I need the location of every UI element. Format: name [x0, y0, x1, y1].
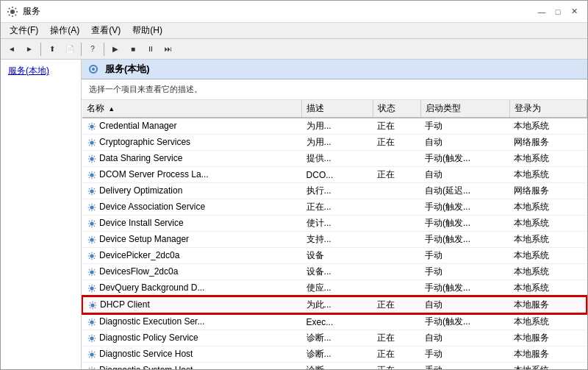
service-icon: [87, 251, 97, 261]
table-row[interactable]: Diagnostic System Host诊断...正在手动本地系统: [82, 363, 587, 370]
service-icon: [87, 235, 97, 245]
table-row[interactable]: Diagnostic Service Host诊断...正在手动本地服务: [82, 346, 587, 363]
play-button[interactable]: ▶: [107, 41, 123, 57]
service-login: 本地系统: [509, 264, 587, 280]
menu-item[interactable]: 查看(V): [85, 23, 126, 38]
service-icon: [87, 349, 97, 360]
service-name: Cryptographic Services: [82, 135, 302, 151]
service-status: 正在: [373, 296, 420, 313]
menu-bar: 文件(F)操作(A)查看(V)帮助(H): [1, 23, 587, 39]
sort-arrow: ▲: [108, 105, 115, 113]
service-name: DCOM Server Process La...: [82, 167, 302, 183]
service-name: Data Sharing Service: [82, 151, 302, 167]
svg-point-8: [90, 205, 93, 209]
service-status: [373, 280, 420, 297]
service-name: Delivery Optimization: [82, 183, 302, 199]
table-row[interactable]: DHCP Client为此...正在自动本地服务: [82, 296, 587, 313]
service-login: 本地服务: [509, 330, 587, 346]
svg-point-6: [90, 173, 93, 177]
help-button[interactable]: ?: [85, 41, 101, 57]
close-button[interactable]: ✕: [567, 4, 581, 19]
service-name: DevicePicker_2dc0a: [82, 248, 302, 264]
col-header-status[interactable]: 状态: [373, 100, 420, 118]
service-icon: [87, 300, 98, 310]
service-icon: [87, 154, 97, 164]
service-start-type: 自动: [420, 135, 509, 151]
col-header-start[interactable]: 启动类型: [420, 100, 509, 118]
service-desc: 正在...: [302, 199, 373, 216]
service-login: 本地服务: [509, 346, 587, 363]
svg-point-9: [90, 221, 93, 225]
back-button[interactable]: ◄: [4, 41, 20, 57]
service-login: 本地系统: [509, 363, 587, 370]
forward-button[interactable]: ►: [21, 41, 37, 57]
up-button[interactable]: ⬆: [44, 41, 60, 57]
menu-item[interactable]: 文件(F): [4, 23, 44, 38]
service-desc: DCO...: [302, 167, 373, 183]
service-start-type: 自动: [420, 167, 509, 183]
service-desc: 为用...: [302, 135, 373, 151]
service-login: 本地系统: [509, 280, 587, 297]
service-desc: 设备: [302, 248, 373, 264]
menu-item[interactable]: 帮助(H): [126, 23, 168, 38]
sidebar-item-local[interactable]: 服务(本地): [4, 63, 78, 79]
pause-button[interactable]: ⏸: [143, 41, 159, 57]
service-icon: [87, 202, 97, 213]
table-row[interactable]: DCOM Server Process La...DCO...正在自动本地系统: [82, 167, 587, 183]
svg-point-15: [90, 320, 93, 324]
service-start-type: 自动(延迟...: [420, 183, 509, 199]
table-row[interactable]: Device Setup Manager支持...手动(触发...本地系统: [82, 232, 587, 248]
service-login: 本地系统: [509, 313, 587, 330]
main-window: 服务 — □ ✕ 文件(F)操作(A)查看(V)帮助(H) ◄ ► ⬆ 📄 ? …: [0, 0, 588, 370]
service-name: Diagnostic System Host: [82, 363, 302, 370]
col-header-desc[interactable]: 描述: [302, 100, 373, 118]
toolbar-sep-3: [104, 43, 104, 56]
service-desc: 支持...: [302, 232, 373, 248]
service-start-type: 手动(触发...: [420, 199, 509, 216]
service-icon: [87, 267, 97, 277]
table-row[interactable]: Device Install Service使计...手动(触发...本地系统: [82, 216, 587, 232]
service-name: Credential Manager: [82, 118, 302, 135]
maximize-button[interactable]: □: [551, 4, 565, 19]
pane-title: 服务(本地): [105, 63, 150, 76]
service-start-type: 手动: [420, 118, 509, 135]
service-status: 正在: [373, 330, 420, 346]
title-controls: — □ ✕: [534, 4, 581, 19]
service-desc: 诊断...: [302, 363, 373, 370]
service-status: [373, 248, 420, 264]
table-row[interactable]: Cryptographic Services为用...正在自动网络服务: [82, 135, 587, 151]
service-start-type: 手动(触发...: [420, 151, 509, 167]
table-row[interactable]: DevicesFlow_2dc0a设备...手动本地系统: [82, 264, 587, 280]
table-row[interactable]: Data Sharing Service提供...手动(触发...本地系统: [82, 151, 587, 167]
svg-point-17: [90, 352, 93, 356]
service-start-type: 手动: [420, 248, 509, 264]
table-row[interactable]: Diagnostic Execution Ser...Exec...手动(触发.…: [82, 313, 587, 330]
svg-point-14: [90, 303, 94, 307]
service-start-type: 自动: [420, 296, 509, 313]
toolbar: ◄ ► ⬆ 📄 ? ▶ ■ ⏸ ⏭: [1, 39, 587, 60]
stop-button[interactable]: ■: [125, 41, 141, 57]
table-row[interactable]: DevicePicker_2dc0a设备手动本地系统: [82, 248, 587, 264]
service-desc: 设备...: [302, 264, 373, 280]
services-table-container[interactable]: 名称 ▲ 描述 状态 启动类型: [82, 100, 587, 369]
table-row[interactable]: Device Association Service正在...手动(触发...本…: [82, 199, 587, 216]
svg-point-13: [90, 286, 93, 290]
menu-item[interactable]: 操作(A): [44, 23, 85, 38]
table-row[interactable]: Delivery Optimization执行...自动(延迟...网络服务: [82, 183, 587, 199]
service-icon: [87, 121, 97, 132]
col-header-login[interactable]: 登录为: [509, 100, 587, 118]
services-table: 名称 ▲ 描述 状态 启动类型: [82, 100, 587, 369]
col-header-name[interactable]: 名称 ▲: [82, 100, 302, 118]
table-row[interactable]: Diagnostic Policy Service诊断...正在自动本地服务: [82, 330, 587, 346]
table-row[interactable]: Credential Manager为用...正在手动本地系统: [82, 118, 587, 135]
restart-button[interactable]: ⏭: [160, 41, 176, 57]
show-hide-button[interactable]: 📄: [62, 41, 78, 57]
service-icon: [87, 186, 97, 196]
service-status: [373, 313, 420, 330]
service-icon: [87, 366, 97, 369]
service-login: 本地系统: [509, 232, 587, 248]
svg-point-12: [90, 270, 93, 274]
service-name: Diagnostic Execution Ser...: [82, 313, 302, 330]
table-row[interactable]: DevQuery Background D...使应...手动(触发...本地系…: [82, 280, 587, 297]
minimize-button[interactable]: —: [534, 4, 549, 19]
